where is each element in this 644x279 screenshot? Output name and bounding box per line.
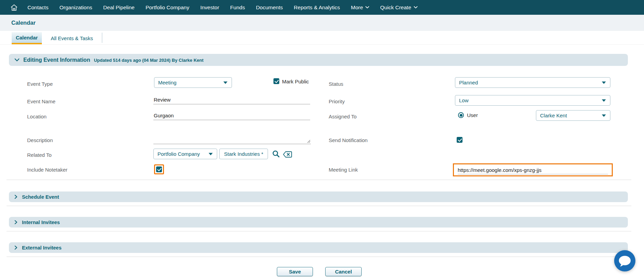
chevron-down-icon	[602, 99, 606, 102]
send-notification-checkbox[interactable]	[457, 137, 462, 143]
location-input[interactable]	[153, 113, 310, 120]
related-to-label: Related To	[27, 152, 51, 158]
include-notetaker-label: Include Notetaker	[27, 167, 68, 173]
external-invitees-label: External Invitees	[22, 245, 61, 251]
priority-value: Low	[459, 97, 469, 103]
related-to-type-value: Portfolio Company	[157, 151, 200, 157]
tab-all-events-tasks[interactable]: All Events & Tasks	[42, 32, 102, 44]
status-label: Status	[329, 81, 343, 87]
internal-invitees-header[interactable]: Internal Invitees	[9, 217, 628, 228]
event-type-value: Meeting	[158, 80, 176, 85]
location-label: Location	[27, 114, 47, 119]
chevron-down-icon	[602, 114, 606, 117]
nav-item-quick-create[interactable]: Quick Create	[375, 0, 423, 15]
breadcrumb: Calendar	[0, 15, 644, 31]
schedule-event-label: Schedule Event	[22, 194, 59, 200]
cancel-button[interactable]: Cancel	[325, 267, 362, 276]
event-type-select[interactable]: Meeting	[154, 77, 232, 88]
chevron-down-icon	[223, 81, 227, 84]
section-updated-meta: Updated 514 days ago (04 Mar 2024) By Cl…	[94, 57, 203, 63]
chevron-down-icon	[414, 6, 418, 9]
nav-item-deal-pipeline[interactable]: Deal Pipeline	[98, 0, 140, 15]
assigned-to-user-radio[interactable]	[458, 112, 464, 118]
chevron-right-icon	[14, 195, 17, 199]
calendar-page: Contacts Organizations Deal Pipeline Por…	[0, 0, 644, 279]
send-notification-label: Send Notification	[329, 137, 367, 143]
include-notetaker-checkbox[interactable]	[156, 166, 162, 172]
external-invitees-header[interactable]: External Invitees	[9, 242, 628, 253]
editing-event-information-header[interactable]: Editing Event Information Updated 514 da…	[9, 54, 628, 66]
radio-selected-icon	[458, 112, 464, 118]
nav-item-contacts[interactable]: Contacts	[22, 0, 54, 15]
chevron-right-icon	[14, 245, 17, 250]
event-name-input[interactable]	[153, 97, 310, 104]
home-button[interactable]	[6, 3, 22, 12]
tab-divider	[102, 33, 102, 43]
meeting-link-label: Meeting Link	[329, 167, 358, 173]
mark-public-checkbox[interactable]	[273, 78, 279, 84]
nav-item-organizations[interactable]: Organizations	[54, 0, 98, 15]
nav-item-funds[interactable]: Funds	[225, 0, 250, 15]
related-to-type-select[interactable]: Portfolio Company	[153, 149, 217, 159]
divider	[7, 179, 631, 180]
clear-backspace-icon[interactable]	[283, 151, 292, 158]
description-textarea[interactable]	[153, 135, 311, 144]
nav-more-label: More	[351, 4, 363, 11]
assigned-to-user-select[interactable]: Clarke Kent	[536, 110, 610, 121]
search-icon[interactable]	[272, 150, 280, 158]
checkbox-checked-icon	[273, 78, 279, 84]
save-button[interactable]: Save	[277, 267, 313, 276]
mark-public-label: Mark Public	[282, 79, 309, 84]
nav-item-documents[interactable]: Documents	[250, 0, 288, 15]
quick-create-label: Quick Create	[380, 4, 411, 11]
priority-select[interactable]: Low	[455, 95, 610, 106]
schedule-event-header[interactable]: Schedule Event	[9, 191, 628, 202]
event-name-label: Event Name	[27, 98, 56, 104]
top-navbar: Contacts Organizations Deal Pipeline Por…	[0, 0, 644, 15]
status-select[interactable]: Planned	[455, 77, 610, 88]
chevron-right-icon	[14, 220, 17, 224]
divider	[7, 206, 631, 206]
chevron-down-icon	[365, 6, 369, 9]
assigned-to-label: Assigned To	[329, 114, 356, 119]
section-title: Editing Event Information	[23, 57, 90, 63]
priority-label: Priority	[329, 98, 345, 104]
nav-item-portfolio-company[interactable]: Portfolio Company	[140, 0, 195, 15]
nav-item-investor[interactable]: Investor	[195, 0, 225, 15]
chevron-down-icon	[14, 58, 20, 62]
related-to-entity-box[interactable]: Stark Industries *	[219, 149, 268, 159]
nav-item-reports-analytics[interactable]: Reports & Analytics	[288, 0, 345, 15]
divider	[7, 231, 631, 231]
resize-handle-icon[interactable]	[307, 139, 311, 143]
page-title: Calendar	[11, 20, 36, 26]
chevron-down-icon	[209, 153, 213, 155]
nav-item-more[interactable]: More	[346, 0, 375, 15]
tab-bar: Calendar All Events & Tasks	[0, 31, 644, 45]
internal-invitees-label: Internal Invitees	[22, 220, 60, 225]
assigned-to-value: Clarke Kent	[540, 113, 567, 118]
status-value: Planned	[459, 80, 478, 85]
checkbox-checked-icon	[457, 137, 462, 143]
meeting-link-input[interactable]	[458, 167, 608, 174]
chat-bubble-button[interactable]	[614, 250, 635, 271]
home-icon	[10, 3, 18, 12]
divider	[7, 256, 631, 257]
assigned-to-radio-label: User	[467, 112, 478, 118]
description-label: Description	[27, 137, 53, 143]
chevron-down-icon	[602, 81, 606, 84]
event-type-label: Event Type	[27, 81, 53, 87]
tab-calendar[interactable]: Calendar	[12, 32, 42, 44]
meeting-link-highlight	[453, 163, 613, 176]
related-to-entity-value: Stark Industries *	[224, 151, 263, 157]
include-notetaker-highlight	[154, 164, 164, 174]
